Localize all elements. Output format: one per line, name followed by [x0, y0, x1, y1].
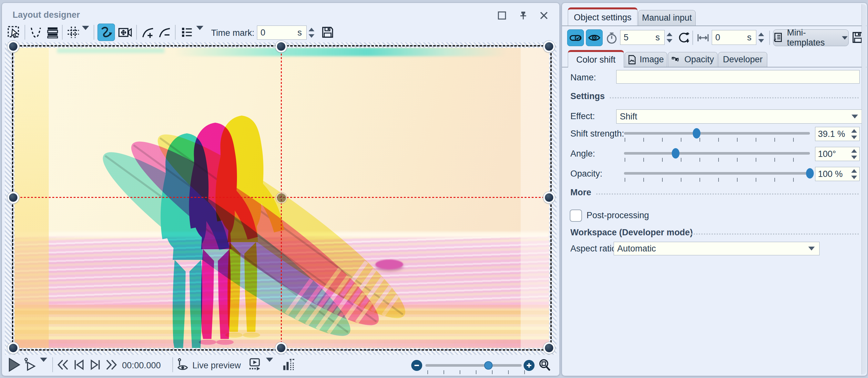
selection-handle-top-left[interactable] [7, 41, 19, 52]
tab-manual-input[interactable]: Manual input [638, 10, 695, 26]
eye-icon [588, 31, 601, 44]
aspect-ratio-dropdown[interactable]: Automatic [614, 242, 819, 255]
grid-dropdown[interactable] [82, 30, 89, 36]
chevron-down-icon [842, 36, 848, 39]
duration-input[interactable]: 5 s [620, 30, 664, 45]
selection-handle-mid-left[interactable] [7, 192, 19, 203]
object-list-dropdown[interactable] [196, 30, 204, 36]
shift-strength-value: 39.1 % [815, 129, 845, 139]
add-point-button[interactable] [140, 24, 156, 40]
toggle-enabled-button[interactable] [567, 29, 584, 46]
zoom-fit-button[interactable] [537, 357, 553, 374]
shift-strength-spinner[interactable] [849, 127, 859, 140]
name-input[interactable] [616, 70, 860, 84]
opacity-spinner[interactable] [849, 167, 859, 181]
opacity-slider[interactable] [624, 172, 810, 175]
name-label: Name: [570, 73, 596, 83]
maximize-button[interactable] [496, 9, 508, 22]
previous-frame-icon [72, 358, 86, 372]
selection-handle-top-right[interactable] [543, 41, 555, 52]
more-section-header: More [570, 188, 591, 197]
zoom-out-button[interactable] [411, 360, 422, 371]
zoom-slider-track[interactable] [426, 364, 522, 367]
offset-spinner[interactable] [756, 31, 766, 44]
time-mark-spinner[interactable] [307, 26, 316, 39]
close-button[interactable] [538, 9, 550, 22]
effect-dropdown[interactable]: Shift [616, 109, 863, 124]
duration-stopwatch-icon [605, 31, 618, 44]
layout-designer-panel: Layout designer Time mark: 0 [2, 3, 560, 376]
chevron-down-icon [266, 358, 273, 367]
preview-screen-button[interactable] [247, 357, 263, 373]
visibility-button[interactable] [586, 29, 603, 46]
offset-width-icon [696, 31, 710, 44]
zoom-in-button[interactable] [524, 360, 534, 371]
tab-object-settings[interactable]: Object settings [568, 7, 638, 26]
reset-duration-icon[interactable] [677, 31, 690, 44]
subtab-opacity[interactable]: Opacity [668, 52, 718, 67]
motion-path-button[interactable] [97, 24, 115, 41]
select-tool-button[interactable] [6, 24, 22, 40]
offset-input[interactable]: 0 s [712, 30, 756, 45]
time-mark-value: 0 [257, 28, 298, 38]
subtab-color-shift[interactable]: Color shift [568, 50, 624, 67]
shift-strength-slider[interactable] [624, 132, 810, 135]
live-preview-pin-button[interactable] [176, 357, 190, 373]
play-from-marker-button[interactable] [22, 357, 38, 373]
statistics-button[interactable] [280, 357, 296, 373]
motion-path-icon [99, 25, 113, 39]
camera-view-button[interactable] [117, 24, 133, 40]
live-preview-label: Live preview [192, 360, 241, 371]
play-options-dropdown[interactable] [40, 362, 47, 368]
pin-button[interactable] [517, 9, 529, 22]
zoom-slider-ticks [427, 370, 525, 374]
play-button[interactable] [6, 357, 22, 373]
next-frame-button[interactable] [87, 357, 103, 373]
select-tool-icon [7, 26, 21, 39]
chevron-down-icon [808, 247, 815, 251]
save-icon [321, 26, 334, 39]
subtab-developer[interactable]: Developer [718, 52, 767, 67]
object-list-button[interactable] [179, 24, 195, 40]
keyframes-icon [672, 55, 681, 64]
layers-button[interactable] [44, 24, 61, 40]
selection-handle-top-mid[interactable] [275, 41, 287, 52]
duration-spinner[interactable] [664, 31, 674, 44]
go-to-end-button[interactable] [103, 357, 119, 373]
zoom-slider-thumb[interactable] [484, 361, 493, 370]
chevron-down-icon [196, 26, 204, 35]
slider-ticks [625, 178, 812, 182]
mini-templates-button[interactable]: Mini-templates [773, 29, 849, 46]
angle-value: 100° [815, 149, 836, 159]
settings-section-header: Settings [570, 91, 605, 101]
preview-screen-dropdown[interactable] [266, 362, 273, 368]
go-to-start-icon [56, 358, 70, 372]
angle-spinner[interactable] [849, 148, 859, 160]
aspect-ratio-label: Aspect ratio: [570, 244, 619, 254]
subtab-image[interactable]: Image [625, 52, 667, 67]
angle-slider[interactable] [624, 152, 810, 155]
rotation-pivot[interactable] [276, 192, 287, 203]
camera-view-icon [118, 25, 132, 39]
selection-handle-bottom-mid[interactable] [275, 342, 287, 354]
go-to-start-button[interactable] [55, 357, 71, 373]
previous-frame-button[interactable] [71, 357, 87, 373]
save-layout-button[interactable] [319, 24, 336, 40]
maximize-icon [497, 11, 507, 20]
shift-strength-thumb[interactable] [693, 128, 701, 138]
chevron-down-icon [40, 358, 47, 367]
angle-thumb[interactable] [672, 148, 680, 158]
time-mark-input[interactable]: 0 s [257, 26, 307, 40]
selection-handle-bottom-left[interactable] [7, 342, 19, 354]
curve-select-button[interactable] [28, 24, 44, 40]
grid-button[interactable] [65, 24, 81, 40]
subtab-label: Opacity [684, 55, 714, 65]
effect-value: Shift [620, 112, 637, 122]
remove-point-button[interactable] [157, 24, 173, 40]
post-processing-checkbox[interactable] [570, 210, 582, 222]
selection-handle-bottom-right[interactable] [543, 342, 555, 354]
statistics-icon [281, 358, 296, 372]
selection-handle-mid-right[interactable] [543, 192, 555, 203]
opacity-thumb[interactable] [806, 168, 814, 179]
curve-select-icon [29, 26, 42, 39]
